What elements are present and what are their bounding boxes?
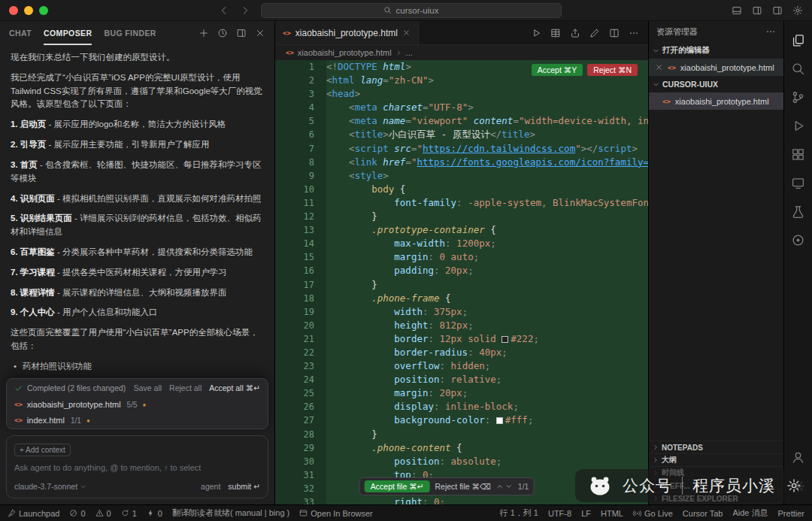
- status-open-in-browser[interactable]: Open In Browser: [299, 509, 373, 518]
- reject-all-button[interactable]: Reject all: [169, 383, 201, 392]
- tab-xiaobaishi-prototype[interactable]: <> xiaobaishi_prototype.html: [275, 21, 419, 44]
- accept-file-button[interactable]: Accept file ⌘↵: [365, 480, 430, 492]
- status-prettier[interactable]: Prettier: [778, 509, 804, 518]
- code-line[interactable]: 18 .phone-frame {: [275, 292, 648, 305]
- open-editors-header[interactable]: 打开的编辑器: [649, 42, 783, 59]
- split-editor-icon[interactable]: [609, 28, 620, 38]
- tab-bug-finder[interactable]: BUG FINDER: [104, 21, 156, 45]
- target-activity-button[interactable]: [784, 226, 812, 254]
- code-line[interactable]: 7 <script src="https://cdn.tailwindcss.c…: [275, 142, 648, 156]
- copy-activity-button[interactable]: [784, 26, 812, 54]
- code-line[interactable]: 22 border-radius: 40px;: [275, 346, 648, 359]
- code-line[interactable]: 9 <style>: [275, 169, 648, 183]
- code-line[interactable]: 24 position: relative;: [275, 373, 648, 386]
- minimize-window-button[interactable]: [24, 6, 33, 15]
- workspace-header[interactable]: CURSOR-UIUX: [649, 76, 783, 92]
- status-ports[interactable]: 0: [147, 509, 162, 518]
- code-line[interactable]: 4 <meta charset="UTF-8">: [275, 101, 648, 114]
- open-preview-icon[interactable]: [570, 28, 580, 38]
- code-line[interactable]: 12 }: [275, 210, 648, 223]
- code-line[interactable]: 29 .phone-content {: [275, 441, 648, 455]
- remote-activity-button[interactable]: [784, 168, 812, 197]
- flask-activity-button[interactable]: [784, 197, 812, 226]
- zoom-window-button[interactable]: [39, 6, 48, 15]
- code-line[interactable]: 15 margin: 0 auto;: [275, 250, 648, 264]
- tab-composer[interactable]: COMPOSER: [44, 21, 92, 45]
- breadcrumb-file[interactable]: xiaobaishi_prototype.html: [298, 48, 392, 57]
- close-tab-icon[interactable]: [402, 29, 411, 37]
- source-control-activity-button[interactable]: [784, 83, 812, 111]
- search-activity-button[interactable]: [784, 54, 812, 83]
- close-panel-icon[interactable]: [255, 28, 265, 38]
- code-line[interactable]: 28 }: [275, 428, 648, 441]
- code-line[interactable]: 14 max-width: 1200px;: [275, 237, 648, 250]
- customize-layout-icon[interactable]: [752, 5, 762, 16]
- model-selector[interactable]: claude-3.7-sonnet: [14, 482, 86, 491]
- changed-file-row[interactable]: <>xiaobaishi_prototype.html5/5●: [7, 397, 268, 413]
- command-center-search[interactable]: cursor-uiux: [261, 3, 562, 18]
- status-cursor-position[interactable]: 行 1，列 1: [500, 507, 538, 519]
- status-warnings[interactable]: 0: [95, 509, 111, 518]
- edit-icon[interactable]: [589, 28, 600, 38]
- code-line[interactable]: 27 background-color: #fff;: [275, 413, 648, 427]
- status-sync[interactable]: 1: [121, 509, 137, 518]
- status-errors[interactable]: 0: [69, 509, 85, 518]
- code-line[interactable]: 3<head>: [275, 87, 648, 101]
- close-window-button[interactable]: [9, 6, 18, 15]
- grid-icon[interactable]: [550, 28, 561, 38]
- navigate-forward-icon[interactable]: [240, 5, 250, 16]
- code-editor[interactable]: Accept ⌘Y Reject ⌘N 1<!DOCTYPE html>2<ht…: [275, 60, 648, 504]
- save-all-button[interactable]: Save all: [134, 383, 162, 392]
- code-line[interactable]: 20 height: 812px;: [275, 319, 648, 332]
- status-encoding[interactable]: UTF-8: [548, 509, 571, 518]
- breadcrumb[interactable]: <> xiaobaishi_prototype.html ...: [275, 45, 648, 60]
- accept-diff-button[interactable]: Accept ⌘Y: [532, 64, 583, 76]
- status-go-live[interactable]: Go Live: [633, 509, 673, 518]
- code-line[interactable]: 26 display: inline-block;: [275, 400, 648, 413]
- code-line[interactable]: 30 position: absolute;: [275, 455, 648, 468]
- code-line[interactable]: 23 overflow: hidden;: [275, 359, 648, 373]
- debug-activity-button[interactable]: [784, 111, 812, 140]
- run-icon[interactable]: [531, 28, 541, 38]
- more-actions-icon[interactable]: [629, 28, 639, 38]
- navigate-back-icon[interactable]: [219, 5, 229, 16]
- status-aide[interactable]: Aide 消息: [732, 507, 768, 519]
- code-line[interactable]: 5 <meta name="viewport" content="width=d…: [275, 114, 648, 128]
- tab-chat[interactable]: CHAT: [9, 21, 32, 45]
- new-chat-icon[interactable]: [198, 28, 209, 38]
- reject-file-button[interactable]: Reject file ⌘⌫: [435, 482, 490, 491]
- submit-button[interactable]: submit ↵: [228, 482, 260, 491]
- status-eol[interactable]: LF: [581, 509, 591, 518]
- open-in-editor-icon[interactable]: [236, 28, 247, 38]
- code-line[interactable]: 13 .prototype-container {: [275, 223, 648, 237]
- accept-all-button[interactable]: Accept all ⌘↵: [209, 383, 260, 392]
- extensions-activity-button[interactable]: [784, 140, 812, 168]
- explorer-section-notepads[interactable]: NOTEPADS: [649, 441, 783, 453]
- reject-diff-button[interactable]: Reject ⌘N: [587, 64, 638, 76]
- code-line[interactable]: 16 padding: 20px;: [275, 264, 648, 277]
- next-change-icon[interactable]: [505, 483, 513, 490]
- code-line[interactable]: 17 }: [275, 278, 648, 292]
- explorer-section-大纲[interactable]: 大纲: [649, 453, 783, 466]
- status-cursor-tab[interactable]: Cursor Tab: [683, 509, 723, 518]
- status-translator[interactable]: 翻译朗读者就绪( manual | bing ): [172, 507, 289, 519]
- chat-input-box[interactable]: + Add context claude-3.7-sonnet agent su…: [6, 435, 268, 498]
- prev-change-icon[interactable]: [496, 483, 504, 490]
- open-editor-item[interactable]: <> xiaobaishi_prototype.html: [649, 59, 783, 76]
- settings-gear-icon[interactable]: [792, 5, 803, 16]
- close-editor-icon[interactable]: [655, 63, 663, 71]
- status-language-mode[interactable]: HTML: [601, 509, 623, 518]
- account-activity-button[interactable]: [784, 443, 812, 471]
- code-line[interactable]: 19 width: 375px;: [275, 305, 648, 319]
- breadcrumb-more[interactable]: ...: [406, 48, 413, 57]
- history-icon[interactable]: [217, 28, 228, 38]
- chat-input[interactable]: [14, 463, 260, 472]
- changed-file-row[interactable]: <>index.html1/1●: [7, 413, 268, 429]
- code-line[interactable]: 10 body {: [275, 183, 648, 196]
- code-line[interactable]: 25 margin: 20px;: [275, 386, 648, 400]
- add-context-chip[interactable]: + Add context: [14, 444, 71, 456]
- status-launchpad[interactable]: Launchpad: [8, 509, 59, 518]
- agent-mode-selector[interactable]: agent: [201, 482, 220, 491]
- toggle-panel-icon[interactable]: [732, 5, 742, 16]
- code-line[interactable]: 21 border: 12px solid #222;: [275, 332, 648, 346]
